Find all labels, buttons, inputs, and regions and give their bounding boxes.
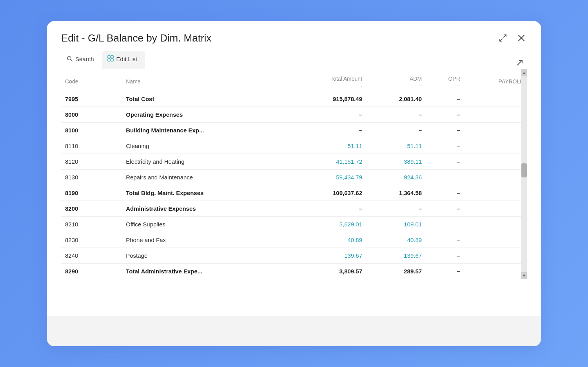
- cell-code: 8120: [61, 154, 122, 169]
- close-button[interactable]: [516, 33, 527, 43]
- cell-opr: –: [426, 216, 464, 232]
- cell-payroll: [464, 91, 527, 107]
- table-row[interactable]: 8110Cleaning51.1151.11–: [61, 138, 527, 154]
- cell-adm: 51.11: [366, 138, 426, 154]
- cell-payroll: [464, 232, 527, 248]
- col-payroll: PAYROLL: [464, 69, 527, 91]
- col-opr: OPR–: [426, 69, 464, 91]
- modal-header: Edit - G/L Balance by Dim. Matrix: [47, 21, 541, 69]
- svg-point-4: [67, 56, 71, 60]
- cell-total-amount: 139.67: [289, 248, 366, 263]
- cell-adm: 289.57: [366, 263, 426, 279]
- expand-button[interactable]: [497, 32, 509, 44]
- scrollbar-up[interactable]: ▲: [521, 69, 527, 76]
- svg-rect-6: [108, 56, 110, 58]
- cell-total-amount: 3,809.57: [289, 263, 366, 279]
- cell-total-amount: 3,629.01: [289, 216, 366, 232]
- table-row[interactable]: 8240Postage139.67139.67–: [61, 248, 527, 263]
- search-icon: [67, 56, 73, 63]
- cell-code: 8200: [61, 201, 122, 216]
- cell-adm: –: [366, 201, 426, 216]
- cell-adm: 924.36: [366, 169, 426, 185]
- expand-icon: [499, 34, 507, 42]
- tabs-row: Search Edit List: [61, 51, 527, 69]
- cell-opr: –: [426, 185, 464, 201]
- cell-payroll: [464, 201, 527, 216]
- cell-code: 8110: [61, 138, 122, 154]
- cell-name: Total Administrative Expe...: [122, 263, 289, 279]
- cell-name: Total Cost: [122, 91, 289, 107]
- scrollbar-thumb[interactable]: [521, 163, 527, 177]
- cell-adm: –: [366, 107, 426, 122]
- main-content: Code Name Total Amount. ADM– OPR– PAYROL…: [47, 69, 541, 316]
- cell-code: 8230: [61, 232, 122, 248]
- table-scroll-wrapper: Code Name Total Amount. ADM– OPR– PAYROL…: [61, 69, 527, 279]
- table-row[interactable]: 8000Operating Expenses–––: [61, 107, 527, 122]
- cell-payroll: [464, 138, 527, 154]
- cell-payroll: [464, 154, 527, 169]
- cell-adm: –: [366, 122, 426, 138]
- table-row[interactable]: 8130Repairs and Maintenance59,434.79924.…: [61, 169, 527, 185]
- data-table: Code Name Total Amount. ADM– OPR– PAYROL…: [61, 69, 527, 279]
- scrollbar-down[interactable]: ▼: [521, 272, 527, 279]
- cell-code: 8000: [61, 107, 122, 122]
- cell-opr: –: [426, 263, 464, 279]
- cell-opr: –: [426, 232, 464, 248]
- cell-name: Building Maintenance Exp...: [122, 122, 289, 138]
- table-row[interactable]: 8100Building Maintenance Exp...–––: [61, 122, 527, 138]
- col-code: Code: [61, 69, 122, 91]
- cell-total-amount: –: [289, 122, 366, 138]
- cell-name: Office Supplies: [122, 216, 289, 232]
- tab-edit-list-label: Edit List: [116, 56, 137, 62]
- cell-code: 8240: [61, 248, 122, 263]
- cell-code: 8190: [61, 185, 122, 201]
- cell-total-amount: 51.11: [289, 138, 366, 154]
- table-row[interactable]: 7995Total Cost915,878.492,081.40–: [61, 91, 527, 107]
- cell-name: Cleaning: [122, 138, 289, 154]
- cell-adm: 389.11: [366, 154, 426, 169]
- cell-code: 7995: [61, 91, 122, 107]
- cell-code: 8290: [61, 263, 122, 279]
- cell-adm: 2,081.40: [366, 91, 426, 107]
- table-row[interactable]: 8190Total Bldg. Maint. Expenses100,637.6…: [61, 185, 527, 201]
- edit-list-icon: [107, 55, 114, 63]
- svg-line-5: [71, 60, 73, 61]
- cell-payroll: [464, 216, 527, 232]
- cell-total-amount: 59,434.79: [289, 169, 366, 185]
- cell-total-amount: –: [289, 201, 366, 216]
- cell-adm: 1,364.58: [366, 185, 426, 201]
- cell-name: Repairs and Maintenance: [122, 169, 289, 185]
- cell-code: 8210: [61, 216, 122, 232]
- svg-rect-8: [108, 59, 110, 61]
- table-row[interactable]: 8120Electricity and Heating41,151.72389.…: [61, 154, 527, 169]
- cell-total-amount: 915,878.49: [289, 91, 366, 107]
- table-row[interactable]: 8290Total Administrative Expe...3,809.57…: [61, 263, 527, 279]
- table-row[interactable]: 8210Office Supplies3,629.01109.01–: [61, 216, 527, 232]
- cell-opr: –: [426, 138, 464, 154]
- svg-rect-9: [111, 59, 113, 61]
- cell-total-amount: 40.89: [289, 232, 366, 248]
- cell-payroll: [464, 248, 527, 263]
- export-button[interactable]: [513, 56, 527, 69]
- cell-opr: –: [426, 169, 464, 185]
- scrollbar[interactable]: ▲ ▼: [521, 69, 527, 279]
- cell-payroll: [464, 185, 527, 201]
- cell-total-amount: 41,151.72: [289, 154, 366, 169]
- cell-name: Operating Expenses: [122, 107, 289, 122]
- cell-payroll: [464, 169, 527, 185]
- tab-edit-list[interactable]: Edit List: [102, 51, 145, 69]
- cell-code: 8130: [61, 169, 122, 185]
- cell-name: Total Bldg. Maint. Expenses: [122, 185, 289, 201]
- cell-name: Administrative Expenses: [122, 201, 289, 216]
- table-row[interactable]: 8230Phone and Fax40.8940.89–: [61, 232, 527, 248]
- cell-total-amount: –: [289, 107, 366, 122]
- modal: Edit - G/L Balance by Dim. Matrix: [47, 21, 541, 346]
- tab-search[interactable]: Search: [61, 52, 102, 69]
- modal-title: Edit - G/L Balance by Dim. Matrix: [61, 32, 211, 44]
- cell-payroll: [464, 263, 527, 279]
- export-icon: [516, 59, 524, 67]
- tab-search-label: Search: [75, 56, 94, 62]
- cell-opr: –: [426, 248, 464, 263]
- table-row[interactable]: 8200Administrative Expenses–––: [61, 201, 527, 216]
- cell-opr: –: [426, 201, 464, 216]
